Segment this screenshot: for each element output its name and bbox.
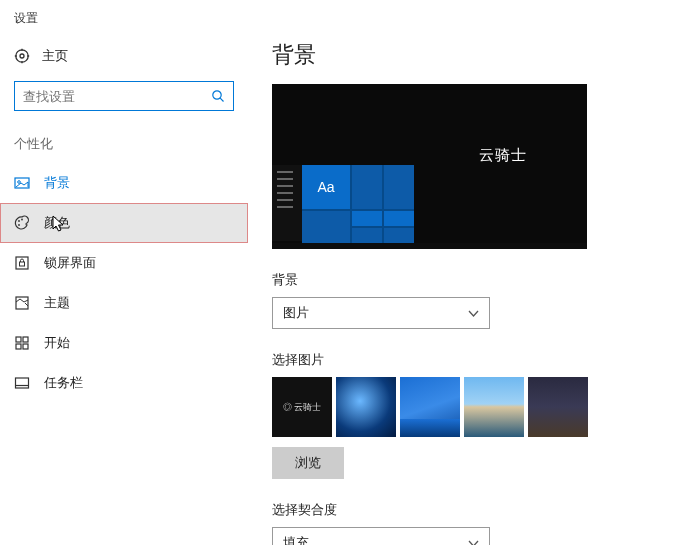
- svg-point-9: [18, 181, 21, 184]
- svg-rect-18: [23, 337, 28, 342]
- nav-start[interactable]: 开始: [0, 323, 248, 363]
- thumbnail-2[interactable]: [336, 377, 396, 437]
- start-icon: [14, 335, 30, 351]
- search-icon: [211, 89, 225, 103]
- svg-point-6: [213, 91, 221, 99]
- svg-rect-15: [16, 297, 28, 309]
- svg-point-10: [18, 220, 20, 222]
- theme-icon: [14, 295, 30, 311]
- nav-label: 背景: [44, 174, 70, 192]
- background-section-label: 背景: [272, 271, 675, 289]
- svg-rect-14: [20, 262, 25, 266]
- svg-rect-17: [16, 337, 21, 342]
- nav-background[interactable]: 背景: [0, 163, 248, 203]
- picture-icon: [14, 175, 30, 191]
- nav-taskbar[interactable]: 任务栏: [0, 363, 248, 403]
- picture-thumbnails: ◎ 云骑士: [272, 377, 675, 437]
- app-title: 设置: [0, 10, 248, 39]
- cursor-icon: [52, 215, 66, 233]
- dropdown-value: 填充: [283, 534, 309, 545]
- choose-picture-label: 选择图片: [272, 351, 675, 369]
- fit-section-label: 选择契合度: [272, 501, 675, 519]
- taskbar-icon: [14, 375, 30, 391]
- nav-colors[interactable]: 颜色: [0, 203, 248, 243]
- nav-lockscreen[interactable]: 锁屏界面: [0, 243, 248, 283]
- svg-line-7: [220, 98, 223, 101]
- search-input[interactable]: [23, 89, 211, 104]
- home-icon: [14, 48, 30, 64]
- preview-sample-text: 云骑士: [479, 146, 527, 165]
- thumbnail-4[interactable]: [464, 377, 524, 437]
- svg-rect-19: [16, 344, 21, 349]
- svg-point-11: [21, 219, 23, 221]
- home-label: 主页: [42, 47, 68, 65]
- sidebar: 设置 主页 个性化 背景 颜色: [0, 0, 248, 545]
- fit-dropdown[interactable]: 填充: [272, 527, 490, 545]
- chevron-down-icon: [468, 538, 479, 546]
- page-title: 背景: [272, 40, 675, 70]
- nav-themes[interactable]: 主题: [0, 283, 248, 323]
- nav-label: 主题: [44, 294, 70, 312]
- home-nav[interactable]: 主页: [0, 39, 248, 75]
- search-box[interactable]: [14, 81, 234, 111]
- lockscreen-icon: [14, 255, 30, 271]
- svg-rect-20: [23, 344, 28, 349]
- nav-label: 锁屏界面: [44, 254, 96, 272]
- svg-point-1: [20, 54, 24, 58]
- browse-button[interactable]: 浏览: [272, 447, 344, 479]
- preview-tile-main: Aa: [302, 165, 350, 209]
- category-label: 个性化: [0, 121, 248, 163]
- background-type-dropdown[interactable]: 图片: [272, 297, 490, 329]
- preview-start-menu: Aa: [272, 165, 414, 243]
- svg-point-0: [16, 50, 28, 62]
- dropdown-value: 图片: [283, 304, 309, 322]
- chevron-down-icon: [468, 308, 479, 319]
- main-content: 背景 云骑士 Aa 背景 图片: [248, 0, 685, 545]
- nav-label: 开始: [44, 334, 70, 352]
- desktop-preview: 云骑士 Aa: [272, 84, 587, 249]
- thumbnail-1[interactable]: ◎ 云骑士: [272, 377, 332, 437]
- svg-rect-21: [16, 378, 29, 388]
- thumbnail-5[interactable]: [528, 377, 588, 437]
- nav-label: 任务栏: [44, 374, 83, 392]
- thumbnail-3[interactable]: [400, 377, 460, 437]
- palette-icon: [14, 215, 30, 231]
- svg-point-12: [18, 224, 20, 226]
